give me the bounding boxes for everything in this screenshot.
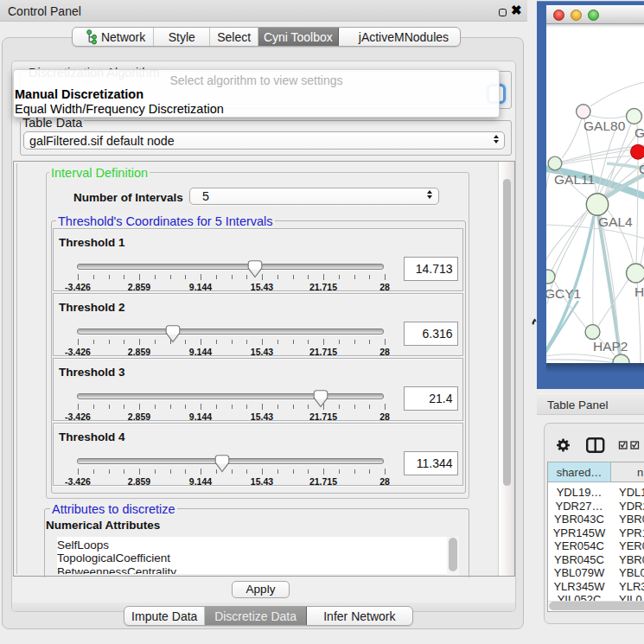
svg-text:GA: GA [634, 125, 644, 140]
svg-text:HAP2: HAP2 [593, 339, 628, 354]
svg-text:GAL4: GAL4 [598, 214, 633, 229]
svg-text:GAL11: GAL11 [554, 172, 595, 187]
svg-text:CD: CD [639, 162, 644, 176]
svg-text:GCY1: GCY1 [546, 286, 581, 301]
svg-text:HI: HI [634, 284, 644, 299]
svg-text:GAL80: GAL80 [583, 118, 626, 133]
